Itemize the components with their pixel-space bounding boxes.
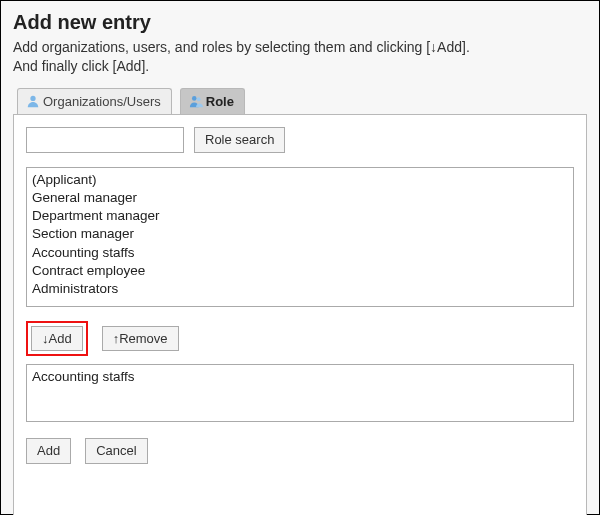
tab-label: Organizations/Users xyxy=(43,94,161,109)
cancel-button[interactable]: Cancel xyxy=(85,438,147,464)
add-button[interactable]: Add xyxy=(26,438,71,464)
role-search-button[interactable]: Role search xyxy=(194,127,285,153)
dialog-frame: Add new entry Add organizations, users, … xyxy=(0,0,600,515)
transfer-buttons-row: ↓Add ↑Remove xyxy=(26,321,574,357)
tab-label: Role xyxy=(206,94,234,109)
svg-point-2 xyxy=(196,98,200,102)
people-icon xyxy=(189,94,203,108)
add-down-button[interactable]: ↓Add xyxy=(31,326,83,352)
list-item[interactable]: Accounting staffs xyxy=(32,368,568,386)
selected-listbox[interactable]: Accounting staffs xyxy=(26,364,574,422)
tab-organizations-users[interactable]: Organizations/Users xyxy=(17,88,172,114)
final-buttons-row: Add Cancel xyxy=(26,438,574,464)
tab-bar: Organizations/Users Role xyxy=(13,88,587,114)
tab-role[interactable]: Role xyxy=(180,88,245,114)
svg-point-0 xyxy=(30,96,35,101)
remove-up-button[interactable]: ↑Remove xyxy=(102,326,179,352)
list-item[interactable]: Administrators xyxy=(32,280,568,298)
list-item[interactable]: Contract employee xyxy=(32,262,568,280)
highlight-add-down: ↓Add xyxy=(26,321,88,357)
svg-point-1 xyxy=(192,96,197,101)
page-subtitle: Add organizations, users, and roles by s… xyxy=(13,38,587,76)
list-item[interactable]: Section manager xyxy=(32,225,568,243)
candidates-listbox[interactable]: (Applicant)General managerDepartment man… xyxy=(26,167,574,307)
list-item[interactable]: (Applicant) xyxy=(32,171,568,189)
search-row: Role search xyxy=(26,127,574,153)
page-title: Add new entry xyxy=(13,11,587,34)
list-item[interactable]: Accounting staffs xyxy=(32,244,568,262)
list-item[interactable]: General manager xyxy=(32,189,568,207)
role-panel: Role search (Applicant)General managerDe… xyxy=(13,114,587,515)
role-search-input[interactable] xyxy=(26,127,184,153)
person-icon xyxy=(26,94,40,108)
list-item[interactable]: Department manager xyxy=(32,207,568,225)
